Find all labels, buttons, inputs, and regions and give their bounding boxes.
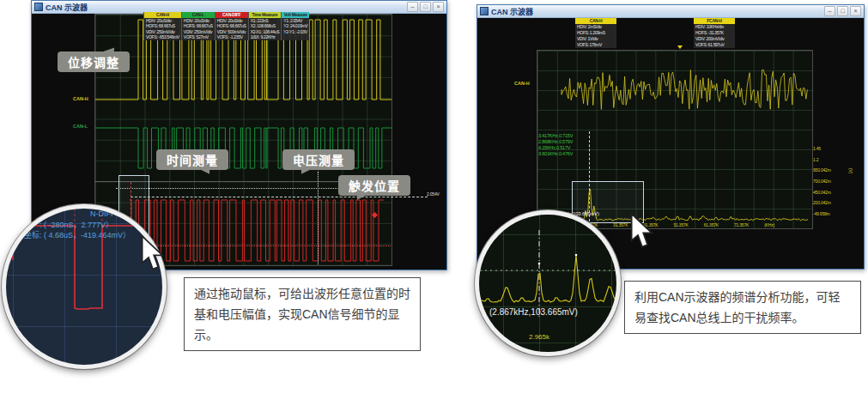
y2-cursor-line[interactable]: [131, 245, 391, 246]
info-col-candiff: CAN-DIFF HDIV: 20uS/div HOFS: 68.667uS V…: [215, 12, 248, 40]
magnifier-x-label: 2.965k: [529, 333, 549, 341]
magnifier-channel-label: N-DIFF: [90, 209, 116, 218]
right-caption-box: 利用CAN示波器的频谱分析功能，可轻易查找CAN总线上的干扰频率。: [624, 281, 861, 334]
right-window-title: CAN 示波器: [491, 6, 533, 17]
page-canvas: CAN 示波器 – □ × CAN-H CAN-L CAN-H HDIV: 20…: [0, 0, 868, 394]
right-info-box-fcanh: FCAN-H HDIV: 10KHz/div HOFS: -31.357K VD…: [694, 18, 735, 48]
x2-cursor-line[interactable]: [318, 172, 319, 264]
info-col-time-measure: Time Measure X1: 223nS X2: 108.668uS X2-…: [248, 12, 282, 40]
info-col-canl: CAN-L HDIV: 20uS/div HOFS: 68.667uS VDIV…: [181, 12, 215, 40]
window-icon: [480, 7, 489, 15]
left-info-table: CAN-H HDIV: 20uS/div HOFS: 68.667uS VDIV…: [143, 12, 309, 40]
callout-volt-measure: 电压测量: [282, 149, 355, 170]
right-magnifier-circle: (2.867kHz,103.665mV) 2.965k: [475, 210, 621, 356]
right-info-box-canh: CAN-H HDIV: 2mS/div HOFS: 1.209mS VDIV: …: [575, 18, 616, 48]
left-window-title: CAN 示波器: [46, 2, 88, 13]
magnifier-coord-readout: 坐标: ( 4.68uS，-419.464mV）: [24, 229, 131, 240]
callout-offset-adjust: 位移调整: [58, 52, 130, 72]
y1-cursor-line[interactable]: [131, 197, 428, 197]
maximize-button[interactable]: □: [837, 6, 848, 16]
close-button[interactable]: ×: [850, 6, 861, 16]
channel-label-canl: CAN-L: [73, 124, 88, 129]
right-channel-label: CAN-H: [514, 81, 530, 86]
callout-time-measure: 时间测量: [156, 149, 228, 170]
spectrum-y-unit: (V): [848, 168, 853, 173]
right-magnifier-svg: [479, 215, 616, 352]
minimize-button[interactable]: –: [407, 2, 418, 12]
minimize-button[interactable]: –: [824, 6, 835, 16]
info-col-volt-measure: Volt Measure Y1: 2.054V Y2: 24.019mV Y2-…: [281, 12, 309, 40]
mouse-cursor-icon: [140, 235, 166, 271]
close-button[interactable]: ×: [433, 2, 444, 12]
cursor-y1-label: 2.054V: [427, 191, 440, 197]
spectrum-y-axis: 1.45 1.2 950.042m 700.042m 450.042m 200.…: [813, 146, 846, 216]
magnifier-peak-readout: (2.867kHz,103.665mV): [489, 307, 578, 317]
left-caption-box: 通过拖动鼠标，可给出波形任意位置的时基和电压幅值，实现CAN信号细节的显示。: [184, 277, 421, 351]
channel-label-canh: CAN-H: [73, 96, 88, 101]
info-col-canh: CAN-H HDIV: 20uS/div HOFS: 68.667uS VDIV…: [143, 12, 181, 40]
spectrum-x-unit: (KHz): [764, 222, 774, 227]
window-icon: [34, 3, 43, 11]
maximize-button[interactable]: □: [420, 2, 431, 12]
left-magnifier-circle: N-DIFF : ( -280nS，2.777V） 坐标: ( 4.68uS，-…: [2, 204, 167, 369]
mouse-cursor-icon: [629, 213, 655, 249]
right-window-titlebar[interactable]: CAN 示波器 – □ ×: [477, 5, 864, 18]
trigger-marker[interactable]: [677, 45, 683, 49]
callout-trigger-pos: 触发位置: [338, 175, 410, 196]
peak-frequency-list: 3.417KHz,0.715V 2.868KHz,0.579V 4.15KHz,…: [538, 133, 573, 157]
